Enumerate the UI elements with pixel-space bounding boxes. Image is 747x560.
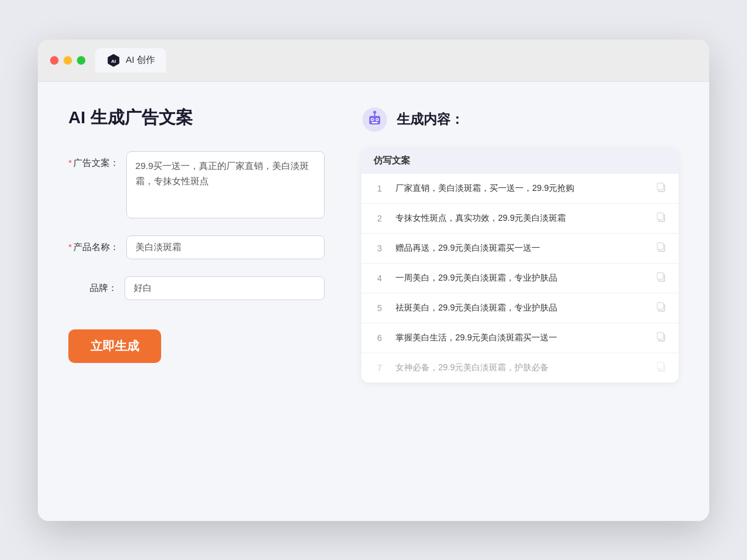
result-header: 生成内容： — [361, 106, 679, 133]
product-name-input[interactable] — [126, 235, 325, 259]
traffic-lights — [50, 56, 85, 65]
minimize-button[interactable] — [63, 56, 72, 65]
row-number: 4 — [374, 273, 386, 283]
brand-row: 品牌： — [68, 276, 325, 300]
ad-copy-input[interactable] — [126, 151, 325, 218]
table-row: 1厂家直销，美白淡斑霜，买一送一，29.9元抢购 — [361, 174, 679, 204]
copy-icon[interactable] — [655, 242, 666, 255]
svg-rect-12 — [657, 183, 663, 190]
table-row: 7女神必备，29.9元美白淡斑霜，护肤必备 — [361, 353, 679, 382]
svg-rect-24 — [657, 362, 663, 369]
ad-copy-label: *广告文案： — [68, 151, 119, 169]
row-number: 5 — [374, 303, 386, 313]
svg-point-9 — [377, 118, 378, 120]
row-text: 掌握美白生活，29.9元美白淡斑霜买一送一 — [395, 331, 646, 344]
browser-window: AI AI 创作 AI 生成广告文案 *广告文案： *产品名称： — [38, 40, 709, 521]
row-number: 3 — [374, 243, 386, 253]
table-row: 6掌握美白生活，29.9元美白淡斑霜买一送一 — [361, 323, 679, 353]
copy-icon[interactable] — [655, 301, 666, 315]
robot-icon — [361, 106, 388, 133]
row-number: 7 — [374, 363, 386, 373]
copy-icon[interactable] — [655, 182, 666, 195]
svg-rect-22 — [657, 332, 663, 339]
copy-icon[interactable] — [655, 361, 666, 375]
product-required-mark: * — [68, 242, 72, 252]
result-title: 生成内容： — [397, 110, 464, 129]
product-name-row: *产品名称： — [68, 235, 325, 259]
brand-label: 品牌： — [68, 276, 117, 294]
product-name-label: *产品名称： — [68, 235, 119, 253]
left-panel: AI 生成广告文案 *广告文案： *产品名称： 品牌： — [68, 106, 325, 497]
svg-rect-10 — [372, 122, 378, 123]
row-number: 2 — [374, 214, 386, 223]
ai-tab[interactable]: AI AI 创作 — [95, 48, 166, 73]
svg-text:AI: AI — [111, 59, 116, 64]
title-bar: AI AI 创作 — [38, 40, 709, 82]
generate-button[interactable]: 立即生成 — [68, 329, 161, 363]
copy-icon[interactable] — [655, 212, 666, 225]
copy-icon[interactable] — [655, 331, 666, 345]
row-text: 一周美白，29.9元美白淡斑霜，专业护肤品 — [395, 271, 646, 284]
tab-label: AI 创作 — [126, 54, 155, 66]
copy-icon[interactable] — [655, 271, 666, 285]
svg-rect-20 — [657, 303, 663, 309]
results-table: 仿写文案 1厂家直销，美白淡斑霜，买一送一，29.9元抢购 2专抹女性斑点，真实… — [361, 148, 679, 382]
row-text: 厂家直销，美白淡斑霜，买一送一，29.9元抢购 — [395, 182, 646, 195]
row-number: 1 — [374, 184, 386, 193]
svg-rect-16 — [657, 243, 663, 249]
table-row: 4一周美白，29.9元美白淡斑霜，专业护肤品 — [361, 264, 679, 293]
table-header: 仿写文案 — [361, 148, 679, 174]
svg-rect-14 — [657, 213, 663, 220]
row-text: 赠品再送，29.9元美白淡斑霜买一送一 — [395, 242, 646, 254]
page-title: AI 生成广告文案 — [68, 106, 325, 129]
ai-tab-icon: AI — [106, 53, 121, 68]
row-number: 6 — [374, 333, 386, 343]
table-row: 3赠品再送，29.9元美白淡斑霜买一送一 — [361, 234, 679, 264]
row-text: 专抹女性斑点，真实功效，29.9元美白淡斑霜 — [395, 212, 646, 224]
right-panel: 生成内容： 仿写文案 1厂家直销，美白淡斑霜，买一送一，29.9元抢购 2专抹女… — [361, 106, 679, 497]
table-row: 5祛斑美白，29.9元美白淡斑霜，专业护肤品 — [361, 293, 679, 323]
svg-rect-18 — [657, 273, 663, 279]
ad-required-mark: * — [68, 157, 72, 168]
row-text: 女神必备，29.9元美白淡斑霜，护肤必备 — [395, 361, 646, 374]
row-text: 祛斑美白，29.9元美白淡斑霜，专业护肤品 — [395, 301, 646, 314]
close-button[interactable] — [50, 56, 59, 65]
maximize-button[interactable] — [77, 56, 85, 65]
svg-point-8 — [372, 118, 373, 120]
content-area: AI 生成广告文案 *广告文案： *产品名称： 品牌： — [38, 82, 709, 521]
svg-point-5 — [374, 110, 377, 113]
table-row: 2专抹女性斑点，真实功效，29.9元美白淡斑霜 — [361, 204, 679, 234]
ad-copy-row: *广告文案： — [68, 151, 325, 218]
brand-input[interactable] — [125, 276, 325, 300]
